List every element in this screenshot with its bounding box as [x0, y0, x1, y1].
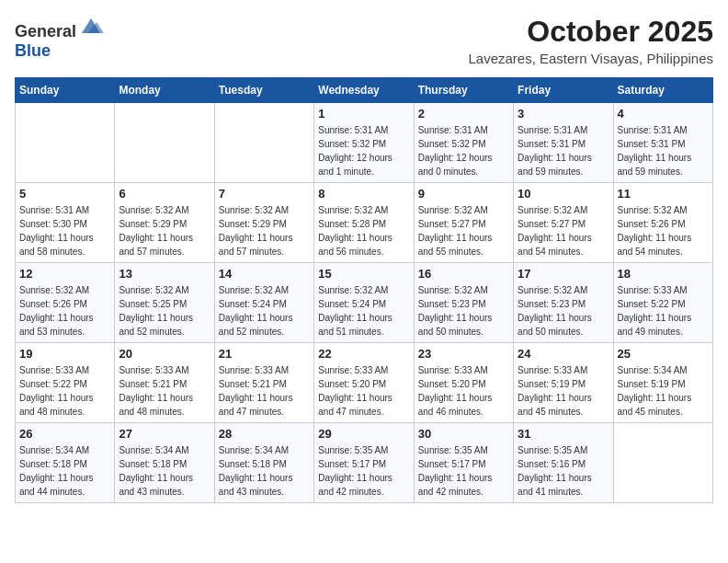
day-detail: Sunrise: 5:35 AMSunset: 5:16 PMDaylight:… [518, 443, 609, 499]
calendar-cell: 20Sunrise: 5:33 AMSunset: 5:21 PMDayligh… [115, 343, 214, 423]
day-number: 14 [219, 267, 310, 281]
calendar-cell: 4Sunrise: 5:31 AMSunset: 5:31 PMDaylight… [613, 103, 712, 183]
day-number: 20 [119, 347, 210, 361]
day-number: 22 [318, 347, 409, 361]
calendar-cell: 22Sunrise: 5:33 AMSunset: 5:20 PMDayligh… [314, 343, 414, 423]
calendar-cell: 26Sunrise: 5:34 AMSunset: 5:18 PMDayligh… [16, 423, 115, 503]
day-number: 16 [418, 267, 509, 281]
day-detail: Sunrise: 5:34 AMSunset: 5:19 PMDaylight:… [618, 363, 709, 419]
day-detail: Sunrise: 5:31 AMSunset: 5:30 PMDaylight:… [19, 203, 110, 259]
calendar-cell [214, 103, 313, 183]
day-number: 3 [518, 107, 609, 121]
calendar-cell: 31Sunrise: 5:35 AMSunset: 5:16 PMDayligh… [514, 423, 613, 503]
month-title: October 2025 [468, 15, 713, 49]
day-detail: Sunrise: 5:31 AMSunset: 5:32 PMDaylight:… [318, 123, 409, 178]
calendar-cell: 19Sunrise: 5:33 AMSunset: 5:22 PMDayligh… [16, 343, 115, 423]
day-number: 24 [518, 347, 609, 361]
calendar-cell: 24Sunrise: 5:33 AMSunset: 5:19 PMDayligh… [514, 343, 613, 423]
day-detail: Sunrise: 5:31 AMSunset: 5:32 PMDaylight:… [418, 123, 509, 178]
title-block: October 2025 Lavezares, Eastern Visayas,… [468, 15, 713, 66]
calendar-cell: 15Sunrise: 5:32 AMSunset: 5:24 PMDayligh… [314, 263, 414, 343]
day-number: 28 [219, 427, 310, 441]
day-detail: Sunrise: 5:31 AMSunset: 5:31 PMDaylight:… [518, 123, 609, 178]
calendar-cell: 8Sunrise: 5:32 AMSunset: 5:28 PMDaylight… [314, 183, 414, 263]
day-number: 18 [618, 267, 709, 281]
calendar-cell: 5Sunrise: 5:31 AMSunset: 5:30 PMDaylight… [16, 183, 115, 263]
calendar-cell [115, 103, 214, 183]
weekday-header-monday: Monday [115, 78, 214, 103]
logo-icon [78, 15, 104, 37]
day-detail: Sunrise: 5:32 AMSunset: 5:29 PMDaylight:… [219, 203, 310, 259]
calendar-table: SundayMondayTuesdayWednesdayThursdayFrid… [15, 77, 713, 503]
day-number: 7 [219, 187, 310, 201]
calendar-cell: 9Sunrise: 5:32 AMSunset: 5:27 PMDaylight… [414, 183, 513, 263]
calendar-cell: 25Sunrise: 5:34 AMSunset: 5:19 PMDayligh… [613, 343, 712, 423]
calendar-cell: 18Sunrise: 5:33 AMSunset: 5:22 PMDayligh… [613, 263, 712, 343]
day-detail: Sunrise: 5:33 AMSunset: 5:19 PMDaylight:… [518, 363, 609, 419]
day-number: 11 [618, 187, 709, 201]
calendar-cell: 13Sunrise: 5:32 AMSunset: 5:25 PMDayligh… [115, 263, 214, 343]
day-number: 26 [19, 427, 110, 441]
calendar-cell: 10Sunrise: 5:32 AMSunset: 5:27 PMDayligh… [514, 183, 613, 263]
calendar-cell: 7Sunrise: 5:32 AMSunset: 5:29 PMDaylight… [214, 183, 313, 263]
calendar-cell: 27Sunrise: 5:34 AMSunset: 5:18 PMDayligh… [115, 423, 214, 503]
logo-text: General Blue [15, 15, 104, 61]
day-detail: Sunrise: 5:35 AMSunset: 5:17 PMDaylight:… [418, 443, 509, 499]
day-detail: Sunrise: 5:32 AMSunset: 5:23 PMDaylight:… [518, 283, 609, 339]
day-number: 2 [418, 107, 509, 121]
calendar-cell: 11Sunrise: 5:32 AMSunset: 5:26 PMDayligh… [613, 183, 712, 263]
day-detail: Sunrise: 5:34 AMSunset: 5:18 PMDaylight:… [119, 443, 210, 499]
calendar-cell: 30Sunrise: 5:35 AMSunset: 5:17 PMDayligh… [414, 423, 513, 503]
day-number: 19 [19, 347, 110, 361]
day-number: 21 [219, 347, 310, 361]
location-title: Lavezares, Eastern Visayas, Philippines [468, 51, 713, 66]
day-number: 15 [318, 267, 409, 281]
calendar-cell: 14Sunrise: 5:32 AMSunset: 5:24 PMDayligh… [214, 263, 313, 343]
calendar-cell: 17Sunrise: 5:32 AMSunset: 5:23 PMDayligh… [514, 263, 613, 343]
calendar-cell [16, 103, 115, 183]
calendar-cell: 1Sunrise: 5:31 AMSunset: 5:32 PMDaylight… [314, 103, 414, 183]
calendar-cell: 28Sunrise: 5:34 AMSunset: 5:18 PMDayligh… [214, 423, 313, 503]
day-detail: Sunrise: 5:32 AMSunset: 5:26 PMDaylight:… [618, 203, 709, 259]
day-number: 12 [19, 267, 110, 281]
weekday-header-friday: Friday [514, 78, 613, 103]
logo: General Blue [15, 15, 104, 61]
day-detail: Sunrise: 5:31 AMSunset: 5:31 PMDaylight:… [618, 123, 709, 178]
day-number: 30 [418, 427, 509, 441]
calendar-cell: 3Sunrise: 5:31 AMSunset: 5:31 PMDaylight… [514, 103, 613, 183]
calendar-cell: 2Sunrise: 5:31 AMSunset: 5:32 PMDaylight… [414, 103, 513, 183]
day-detail: Sunrise: 5:33 AMSunset: 5:20 PMDaylight:… [418, 363, 509, 419]
day-detail: Sunrise: 5:32 AMSunset: 5:26 PMDaylight:… [19, 283, 110, 339]
day-number: 8 [318, 187, 409, 201]
day-detail: Sunrise: 5:32 AMSunset: 5:27 PMDaylight:… [418, 203, 509, 259]
day-detail: Sunrise: 5:34 AMSunset: 5:18 PMDaylight:… [19, 443, 110, 499]
day-number: 10 [518, 187, 609, 201]
day-number: 17 [518, 267, 609, 281]
day-detail: Sunrise: 5:33 AMSunset: 5:21 PMDaylight:… [219, 363, 310, 419]
day-number: 27 [119, 427, 210, 441]
weekday-header-thursday: Thursday [414, 78, 513, 103]
calendar-cell: 6Sunrise: 5:32 AMSunset: 5:29 PMDaylight… [115, 183, 214, 263]
day-number: 9 [418, 187, 509, 201]
calendar-cell: 29Sunrise: 5:35 AMSunset: 5:17 PMDayligh… [314, 423, 414, 503]
day-detail: Sunrise: 5:33 AMSunset: 5:21 PMDaylight:… [119, 363, 210, 419]
weekday-header-wednesday: Wednesday [314, 78, 414, 103]
day-number: 6 [119, 187, 210, 201]
day-detail: Sunrise: 5:32 AMSunset: 5:25 PMDaylight:… [119, 283, 210, 339]
day-number: 4 [618, 107, 709, 121]
day-detail: Sunrise: 5:34 AMSunset: 5:18 PMDaylight:… [219, 443, 310, 499]
day-number: 5 [19, 187, 110, 201]
calendar-cell: 12Sunrise: 5:32 AMSunset: 5:26 PMDayligh… [16, 263, 115, 343]
day-detail: Sunrise: 5:32 AMSunset: 5:29 PMDaylight:… [119, 203, 210, 259]
day-detail: Sunrise: 5:32 AMSunset: 5:27 PMDaylight:… [518, 203, 609, 259]
day-number: 13 [119, 267, 210, 281]
logo-general: General [15, 22, 76, 40]
day-detail: Sunrise: 5:33 AMSunset: 5:22 PMDaylight:… [618, 283, 709, 339]
weekday-header-saturday: Saturday [613, 78, 712, 103]
day-detail: Sunrise: 5:33 AMSunset: 5:20 PMDaylight:… [318, 363, 409, 419]
day-detail: Sunrise: 5:35 AMSunset: 5:17 PMDaylight:… [318, 443, 409, 499]
day-detail: Sunrise: 5:33 AMSunset: 5:22 PMDaylight:… [19, 363, 110, 419]
weekday-header-sunday: Sunday [16, 78, 115, 103]
calendar-cell [613, 423, 712, 503]
day-number: 1 [318, 107, 409, 121]
